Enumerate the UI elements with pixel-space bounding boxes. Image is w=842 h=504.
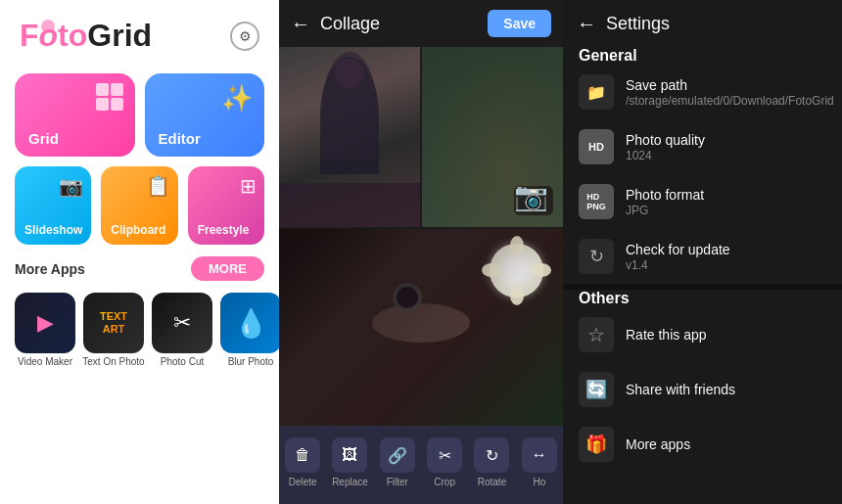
photo-format-sub: JPG xyxy=(626,204,826,217)
collage-header: ← Collage Save xyxy=(279,0,563,47)
collage-panel: ← Collage Save xyxy=(279,0,563,504)
collage-bottom-row[interactable] xyxy=(279,229,563,426)
more-apps-text: More apps xyxy=(626,436,826,452)
general-section-title: General xyxy=(563,39,653,68)
app-item-blur[interactable]: 💧 Blur Photo xyxy=(220,293,279,367)
toolbar-rotate[interactable]: ↻ Rotate xyxy=(468,434,515,491)
more-apps-icon: 🎁 xyxy=(579,427,614,462)
clipboard-label: Clipboard xyxy=(111,223,165,237)
clipboard-icon: 📋 xyxy=(146,174,170,198)
collage-title: Collage xyxy=(320,14,478,34)
replace-label: Replace xyxy=(332,477,368,487)
settings-share[interactable]: 🔄 Share with friends xyxy=(563,362,842,417)
share-text: Share with friends xyxy=(626,382,826,397)
grid-icon xyxy=(96,83,123,111)
app-label-blur: Blur Photo xyxy=(228,356,274,367)
app-item-text[interactable]: TEXTART Text On Photo xyxy=(83,293,144,367)
save-path-icon: 📁 xyxy=(579,74,614,110)
settings-more-apps[interactable]: 🎁 More apps xyxy=(563,417,842,472)
photo-camera[interactable] xyxy=(420,47,563,227)
delete-icon: 🗑 xyxy=(285,437,320,473)
toolbar-crop[interactable]: ✂ Crop xyxy=(421,434,468,491)
filter-label: Filter xyxy=(387,477,408,487)
logo-area: FotoGrid ⚙ xyxy=(0,0,279,64)
rate-text: Rate this app xyxy=(626,327,826,343)
slideshow-button[interactable]: 📷 Slideshow xyxy=(15,166,91,245)
settings-icon[interactable]: ⚙ xyxy=(230,22,259,51)
settings-photo-quality[interactable]: HD Photo quality 1024 xyxy=(563,119,842,174)
settings-panel: ← Settings General 📁 Save path /storage/… xyxy=(563,0,842,504)
collage-top-row xyxy=(279,47,563,229)
settings-title: Settings xyxy=(606,14,670,34)
rate-icon: ☆ xyxy=(579,317,614,352)
app-thumb-text: TEXTART xyxy=(83,293,144,353)
check-update-sub: v1.4 xyxy=(626,258,826,272)
more-button[interactable]: MORE xyxy=(191,256,264,281)
app-item-photo[interactable]: ✂ Photo Cut xyxy=(152,293,212,367)
slideshow-icon: 📷 xyxy=(59,174,83,198)
settings-check-update[interactable]: ↻ Check for update v1.4 xyxy=(563,229,842,284)
logo-foto: F xyxy=(20,18,39,53)
text-art-label: TEXTART xyxy=(96,306,131,340)
photo-quality-icon: HD xyxy=(579,129,614,164)
photo-woman[interactable] xyxy=(279,47,420,227)
collage-toolbar: 🗑 Delete 🖼 Replace 🔗 Filter ✂ Crop ↻ Rot… xyxy=(279,426,563,504)
app-list: ▶ Video Maker TEXTART Text On Photo ✂ Ph… xyxy=(0,287,279,373)
wand-icon: ✨ xyxy=(221,83,253,114)
rotate-icon: ↻ xyxy=(474,437,509,473)
check-update-title: Check for update xyxy=(626,242,826,257)
editor-button[interactable]: ✨ Editor xyxy=(145,73,265,157)
clipboard-button[interactable]: 📋 Clipboard xyxy=(101,166,177,245)
more-apps-title: More Apps xyxy=(15,261,85,277)
settings-save-path[interactable]: 📁 Save path /storage/emulated/0/Download… xyxy=(563,65,842,119)
save-path-text: Save path /storage/emulated/0/Download/F… xyxy=(626,77,834,108)
ho-label: Ho xyxy=(533,477,545,487)
check-update-text: Check for update v1.4 xyxy=(626,242,826,272)
freestyle-icon: ⊞ xyxy=(240,174,257,198)
app-label-photo: Photo Cut xyxy=(161,356,204,367)
photo-quality-sub: 1024 xyxy=(626,149,826,162)
rate-title: Rate this app xyxy=(626,327,826,343)
check-update-icon: ↻ xyxy=(579,239,614,274)
save-button[interactable]: Save xyxy=(488,10,551,37)
toolbar-replace[interactable]: 🖼 Replace xyxy=(326,434,373,491)
more-apps-title-settings: More apps xyxy=(626,436,826,452)
app-item-video[interactable]: ▶ Video Maker xyxy=(15,293,75,367)
replace-icon: 🖼 xyxy=(332,437,367,473)
photo-format-icon: HDPNG xyxy=(579,184,614,219)
toolbar-icons: 🗑 Delete 🖼 Replace 🔗 Filter ✂ Crop ↻ Rot… xyxy=(279,434,563,491)
toolbar-delete[interactable]: 🗑 Delete xyxy=(279,434,326,491)
freestyle-button[interactable]: ⊞ Freestyle xyxy=(188,166,264,245)
photo-quality-title: Photo quality xyxy=(626,132,826,148)
app-thumb-video: ▶ xyxy=(15,293,75,353)
share-title: Share with friends xyxy=(626,382,826,397)
others-section-title: Others xyxy=(563,282,645,310)
app-logo: FotoGrid xyxy=(20,18,152,54)
settings-rate[interactable]: ☆ Rate this app xyxy=(563,307,842,362)
photo-format-text: Photo format JPG xyxy=(626,187,826,217)
crop-label: Crop xyxy=(434,477,455,487)
toolbar-filter[interactable]: 🔗 Filter xyxy=(374,434,421,491)
small-buttons: 📷 Slideshow 📋 Clipboard ⊞ Freestyle xyxy=(0,166,279,245)
save-path-title: Save path xyxy=(626,77,834,93)
collage-back-arrow[interactable]: ← xyxy=(291,13,310,35)
settings-back-arrow[interactable]: ← xyxy=(577,13,596,35)
main-buttons: Grid ✨ Editor xyxy=(0,64,279,166)
app-label-text: Text On Photo xyxy=(82,356,144,367)
more-apps-row: More Apps MORE xyxy=(0,245,279,287)
filter-icon: 🔗 xyxy=(380,437,415,473)
slideshow-label: Slideshow xyxy=(24,223,82,237)
grid-button[interactable]: Grid xyxy=(15,73,135,157)
app-thumb-blur: 💧 xyxy=(220,293,279,353)
settings-photo-format[interactable]: HDPNG Photo format JPG xyxy=(563,174,842,229)
collage-canvas xyxy=(279,47,563,426)
ho-icon: ↔ xyxy=(522,437,557,473)
freestyle-label: Freestyle xyxy=(198,223,250,237)
photo-eye xyxy=(279,229,563,426)
app-label-video: Video Maker xyxy=(18,356,72,367)
left-panel: FotoGrid ⚙ Grid ✨ Editor 📷 Slideshow 📋 C… xyxy=(0,0,279,504)
delete-label: Delete xyxy=(289,477,317,487)
toolbar-ho[interactable]: ↔ Ho xyxy=(516,434,563,491)
save-path-sub: /storage/emulated/0/Download/FotoGrid xyxy=(626,94,834,108)
rotate-label: Rotate xyxy=(478,477,506,487)
